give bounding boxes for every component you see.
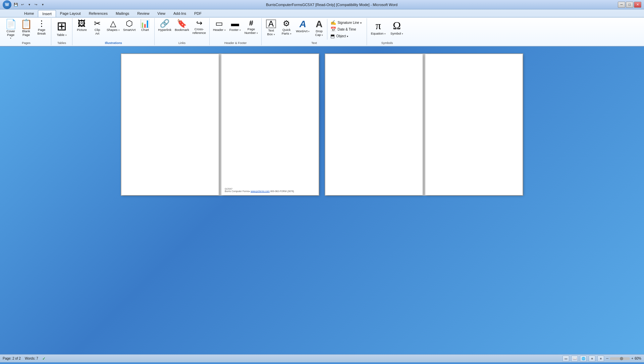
draft-view-button[interactable]: ≡ bbox=[597, 356, 604, 362]
cover-page-dropdown[interactable]: ▾ bbox=[10, 37, 11, 40]
tab-addins[interactable]: Add-Ins bbox=[169, 10, 190, 17]
ribbon-group-tables: ⊞ Table ▾ Tables bbox=[51, 18, 72, 45]
status-bar: Page: 2 of 2 Words: 7 ✓ ▭ 📖 🌐 ≡ ≡ ─ + 60… bbox=[0, 354, 644, 362]
wordart-button[interactable]: A WordArt ▾ bbox=[294, 19, 311, 34]
blank-page-icon: 📋 bbox=[20, 19, 32, 29]
zoom-area: ─ + 60% bbox=[606, 357, 641, 360]
minimize-button[interactable]: ─ bbox=[618, 2, 625, 8]
title-bar-left: W 💾 ↩ ▾ ↪ ▾ bbox=[3, 0, 46, 9]
hyperlink-button[interactable]: 🔗 Hyperlink bbox=[157, 19, 173, 32]
outline-view-button[interactable]: ≡ bbox=[589, 356, 595, 362]
signature-line-button[interactable]: ✍ Signature Line ▾ bbox=[329, 19, 362, 26]
tab-mailings[interactable]: Mailings bbox=[112, 10, 133, 17]
tab-home[interactable]: Home bbox=[20, 10, 38, 17]
word-count: Words: 7 bbox=[25, 357, 38, 360]
web-layout-view-button[interactable]: 🌐 bbox=[580, 356, 587, 362]
zoom-out-button[interactable]: ─ bbox=[606, 357, 608, 360]
page-1-left bbox=[121, 54, 219, 195]
zoom-in-button[interactable]: + bbox=[631, 357, 633, 360]
text-box-icon: A bbox=[266, 19, 276, 28]
tab-review[interactable]: Review bbox=[133, 10, 153, 17]
status-left: Page: 2 of 2 Words: 7 ✓ bbox=[3, 356, 46, 361]
header-button[interactable]: ▭ Header ▾ bbox=[212, 19, 227, 32]
bookmark-icon: 🔖 bbox=[177, 19, 187, 28]
footer-line1: GC5X7 bbox=[225, 188, 294, 190]
office-orb[interactable]: W bbox=[3, 0, 11, 9]
tab-page-layout[interactable]: Page Layout bbox=[56, 10, 85, 17]
bookmark-button[interactable]: 🔖 Bookmark bbox=[173, 19, 191, 32]
ribbon-group-symbols: π Equation ▾ Ω Symbol ▾ Symbols bbox=[367, 18, 407, 45]
spell-check-icon[interactable]: ✓ bbox=[42, 356, 46, 361]
object-icon: ⬒ bbox=[330, 33, 335, 39]
clip-art-icon: ✂ bbox=[94, 19, 101, 28]
zoom-thumb[interactable] bbox=[620, 357, 623, 360]
picture-button[interactable]: 🖼 Picture bbox=[74, 19, 89, 32]
object-button[interactable]: ⬒ Object ▾ bbox=[329, 33, 362, 39]
illustrations-buttons: 🖼 Picture ✂ ClipArt △ Shapes ▾ ⬡ SmartAr… bbox=[74, 19, 152, 41]
smartart-button[interactable]: ⬡ SmartArt bbox=[122, 19, 137, 32]
tab-pdf[interactable]: PDF bbox=[190, 10, 206, 17]
page-2-right bbox=[425, 54, 523, 195]
symbol-button[interactable]: Ω Symbol ▾ bbox=[388, 19, 405, 37]
ribbon-group-links: 🔗 Hyperlink 🔖 Bookmark ↪ Cross-reference… bbox=[155, 18, 210, 45]
hyperlink-icon: 🔗 bbox=[160, 19, 170, 28]
text-right-items: ✍ Signature Line ▾ 📅 Date & Time ⬒ Objec… bbox=[327, 19, 364, 40]
table-button[interactable]: ⊞ Table ▾ bbox=[53, 19, 70, 38]
smartart-icon: ⬡ bbox=[126, 19, 133, 28]
window-controls: ─ □ ✕ bbox=[618, 2, 641, 8]
ribbon-tabs: Home Insert Page Layout References Maili… bbox=[0, 9, 644, 17]
cover-page-button[interactable]: 📄 CoverPage ▾ bbox=[3, 19, 18, 40]
chart-button[interactable]: 📊 Chart bbox=[138, 19, 152, 32]
page-break-button[interactable]: ⋮ PageBreak bbox=[34, 19, 49, 36]
ribbon-content: 📄 CoverPage ▾ 📋 BlankPage ⋮ PageBreak Pa… bbox=[0, 17, 644, 46]
title-bar: W 💾 ↩ ▾ ↪ ▾ BurrisComputerFormsGC5X7 [Re… bbox=[0, 0, 644, 9]
date-time-icon: 📅 bbox=[330, 27, 336, 32]
ribbon: Home Insert Page Layout References Maili… bbox=[0, 9, 644, 47]
ribbon-group-pages: 📄 CoverPage ▾ 📋 BlankPage ⋮ PageBreak Pa… bbox=[1, 18, 51, 45]
symbols-group-label: Symbols bbox=[381, 41, 393, 45]
drop-cap-button[interactable]: A DropCap ▾ bbox=[312, 19, 326, 38]
text-group-label: Text bbox=[311, 41, 317, 45]
close-button[interactable]: ✕ bbox=[634, 2, 641, 8]
cover-page-icon: 📄 bbox=[5, 19, 17, 29]
symbols-buttons: π Equation ▾ Ω Symbol ▾ bbox=[369, 19, 405, 41]
tab-insert[interactable]: Insert bbox=[38, 10, 56, 17]
tab-view[interactable]: View bbox=[153, 10, 169, 17]
blank-page-button[interactable]: 📋 BlankPage bbox=[19, 19, 34, 38]
qat-dropdown[interactable]: ▾ bbox=[40, 2, 46, 8]
chart-icon: 📊 bbox=[140, 19, 150, 28]
page-number-button[interactable]: # PageNumber ▾ bbox=[243, 19, 259, 36]
page-break-icon: ⋮ bbox=[38, 19, 46, 28]
clip-art-button[interactable]: ✂ ClipArt bbox=[90, 19, 105, 36]
undo-dropdown[interactable]: ▾ bbox=[26, 2, 32, 8]
print-layout-view-button[interactable]: ▭ bbox=[562, 356, 569, 362]
wordart-icon: A bbox=[300, 19, 306, 29]
date-time-button[interactable]: 📅 Date & Time bbox=[329, 26, 362, 32]
undo-button[interactable]: ↩ bbox=[19, 2, 25, 8]
zoom-slider[interactable] bbox=[610, 357, 630, 360]
cross-reference-button[interactable]: ↪ Cross-reference bbox=[191, 19, 207, 36]
drop-cap-icon: A bbox=[316, 19, 322, 29]
window-title: BurrisComputerFormsGC5X7 [Read-Only] [Co… bbox=[46, 3, 618, 7]
equation-icon: π bbox=[376, 20, 381, 31]
redo-button[interactable]: ↪ bbox=[33, 2, 39, 8]
footer-line2: Burris Computer Forms• www.pcforms.com 8… bbox=[225, 190, 294, 192]
save-button[interactable]: 💾 bbox=[13, 2, 19, 8]
headerfooter-group-label: Header & Footer bbox=[224, 41, 247, 45]
restore-button[interactable]: □ bbox=[626, 2, 633, 8]
symbol-icon: Ω bbox=[393, 20, 401, 31]
quick-parts-button[interactable]: ⚙ QuickParts ▾ bbox=[279, 19, 294, 36]
footer-button[interactable]: ▬ Footer ▾ bbox=[228, 19, 243, 32]
footer-icon: ▬ bbox=[231, 19, 239, 28]
pages-group-label: Pages bbox=[22, 41, 31, 45]
tab-references[interactable]: References bbox=[85, 10, 112, 17]
full-reading-view-button[interactable]: 📖 bbox=[571, 356, 578, 362]
illustrations-group-label: Illustrations bbox=[105, 41, 122, 45]
table-icon: ⊞ bbox=[57, 20, 67, 32]
shapes-icon: △ bbox=[110, 19, 116, 28]
text-box-button[interactable]: A TextBox ▾ bbox=[264, 19, 278, 37]
ribbon-group-header-footer: ▭ Header ▾ ▬ Footer ▾ # PageNumber ▾ Hea… bbox=[210, 18, 262, 45]
equation-button[interactable]: π Equation ▾ bbox=[369, 19, 388, 37]
ribbon-group-illustrations: 🖼 Picture ✂ ClipArt △ Shapes ▾ ⬡ SmartAr… bbox=[72, 18, 155, 45]
shapes-button[interactable]: △ Shapes ▾ bbox=[105, 19, 121, 32]
